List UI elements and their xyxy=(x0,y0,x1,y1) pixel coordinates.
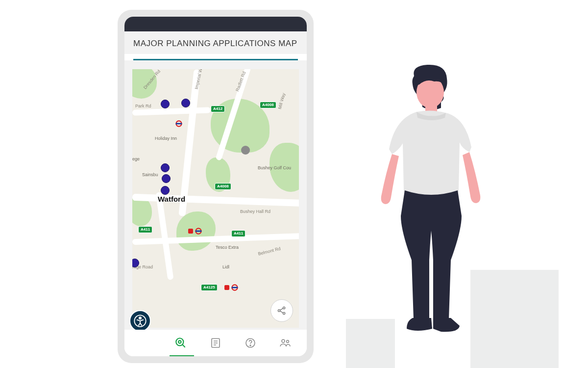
svg-line-9 xyxy=(280,308,283,310)
share-button[interactable] xyxy=(270,299,293,322)
tube-icon xyxy=(195,228,202,235)
accessibility-button[interactable] xyxy=(129,310,151,332)
nav-search[interactable] xyxy=(171,333,191,353)
list-icon xyxy=(210,337,221,349)
share-icon xyxy=(276,305,287,316)
svg-point-13 xyxy=(176,338,183,345)
nav-news[interactable] xyxy=(206,333,225,353)
map-marker[interactable] xyxy=(161,100,170,108)
poi-label: Holiday Inn xyxy=(155,136,177,141)
road-shield: A412 xyxy=(211,105,225,112)
map-marker[interactable] xyxy=(181,99,190,107)
status-bar xyxy=(124,17,307,31)
road-shield: A4008 xyxy=(215,183,231,190)
svg-point-23 xyxy=(287,341,289,343)
page-title: MAJOR PLANNING APPLICATIONS MAP xyxy=(133,38,298,49)
people-icon xyxy=(279,337,292,349)
accessibility-icon xyxy=(133,314,147,328)
svg-point-22 xyxy=(282,340,285,342)
poi-label: Lidl xyxy=(222,264,229,269)
map-container: Park Rd Imperial Way Radlett Rd Mill Way… xyxy=(124,60,307,330)
nav-help[interactable] xyxy=(241,333,260,353)
svg-point-8 xyxy=(283,312,285,314)
road-label: Belmont Rd xyxy=(257,246,281,257)
tube-icon xyxy=(231,284,238,291)
poi-label: Bushey Golf Cou xyxy=(258,165,291,170)
road xyxy=(132,233,299,245)
help-icon xyxy=(245,337,256,349)
illustration-person xyxy=(368,64,495,348)
svg-rect-1 xyxy=(176,123,182,125)
road-shield: A411 xyxy=(231,230,245,237)
svg-point-15 xyxy=(178,341,181,343)
poi-label: Sainsbu xyxy=(142,172,158,177)
title-panel: MAJOR PLANNING APPLICATIONS MAP xyxy=(124,31,307,54)
map-marker[interactable] xyxy=(162,174,171,183)
road-shield: A4008 xyxy=(260,102,276,108)
svg-rect-3 xyxy=(196,231,202,232)
poi-label: Tesco Extra xyxy=(216,245,239,250)
bottom-nav xyxy=(124,330,307,356)
map-marker-grey[interactable] xyxy=(241,146,250,155)
svg-point-6 xyxy=(278,310,280,312)
svg-line-10 xyxy=(280,311,283,313)
phone-mockup: MAJOR PLANNING APPLICATIONS MAP xyxy=(118,10,314,363)
map-marker[interactable] xyxy=(161,163,170,172)
road xyxy=(156,192,174,280)
rail-icon xyxy=(224,285,229,290)
nav-active-indicator xyxy=(170,355,194,356)
city-label: Watford xyxy=(158,195,185,203)
nav-people[interactable] xyxy=(275,333,295,353)
svg-point-7 xyxy=(283,307,285,309)
svg-point-21 xyxy=(250,345,251,346)
rail-icon xyxy=(188,229,193,234)
road-shield: A411 xyxy=(138,226,152,233)
tube-icon xyxy=(175,120,182,127)
map[interactable]: Park Rd Imperial Way Radlett Rd Mill Way… xyxy=(132,69,299,328)
poi-label: ege xyxy=(132,157,140,161)
svg-line-14 xyxy=(182,344,185,347)
road-label: Mill Way xyxy=(277,93,286,110)
search-icon xyxy=(174,337,187,349)
phone-screen: MAJOR PLANNING APPLICATIONS MAP xyxy=(124,17,307,356)
road xyxy=(178,69,200,216)
road-label: Bushey Hall Rd xyxy=(240,209,270,214)
road-shield: A4125 xyxy=(201,284,218,291)
road-label: Park Rd xyxy=(135,104,151,108)
svg-point-12 xyxy=(139,317,141,319)
map-marker[interactable] xyxy=(161,186,170,195)
svg-rect-5 xyxy=(232,287,238,289)
